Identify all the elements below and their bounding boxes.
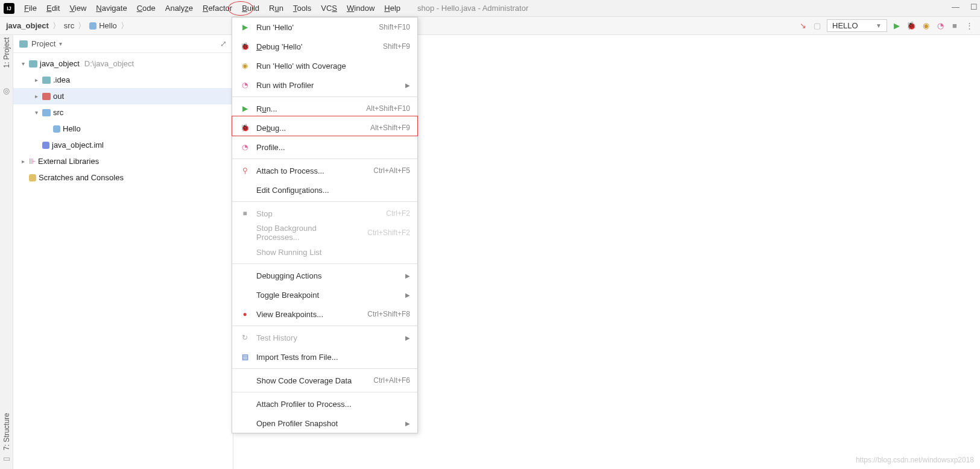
coverage-icon[interactable]: ◉ — [921, 21, 931, 31]
breakpoint-icon: ● — [239, 310, 250, 318]
library-icon: ⊪ — [29, 157, 36, 166]
tab-project[interactable]: 1: Project — [2, 37, 11, 68]
select-device-icon[interactable]: ▢ — [812, 21, 822, 31]
chevron-right-icon: ▶ — [405, 420, 410, 427]
window-controls: — ☐ — [952, 2, 978, 11]
project-icon — [19, 40, 28, 48]
class-icon — [53, 125, 60, 133]
tree-scratch[interactable]: Scratches and Consoles — [13, 169, 233, 186]
collapse-icon[interactable]: ⤢ — [220, 39, 227, 48]
profile-icon: ◔ — [239, 81, 250, 89]
dd-open-profiler[interactable]: Open Profiler Snapshot▶ — [232, 414, 417, 433]
dd-profile[interactable]: ◔Profile... — [232, 137, 417, 157]
crumb-project[interactable]: java_object — [6, 21, 49, 30]
menubar: IJ File Edit View Navigate Code Analyze … — [0, 0, 980, 17]
crumb-sep: 〉 — [121, 20, 128, 31]
attach-icon: ⚲ — [239, 166, 250, 175]
class-icon — [89, 22, 96, 30]
debug-icon[interactable]: 🐞 — [906, 21, 916, 31]
tab-structure[interactable]: 7: Structure — [2, 413, 11, 450]
dd-coverage[interactable]: ◉Run 'Hello' with Coverage — [232, 56, 417, 75]
separator — [232, 326, 417, 326]
menu-file[interactable]: File — [19, 4, 42, 13]
menu-edit[interactable]: Edit — [42, 4, 65, 13]
folder-icon — [42, 77, 51, 84]
crumb-file[interactable]: Hello — [99, 21, 117, 30]
dd-debug-hello[interactable]: 🐞Debug 'Hello'Shift+F9 — [232, 37, 417, 56]
crumb-src[interactable]: src — [64, 21, 74, 30]
menu-navigate[interactable]: Navigate — [91, 4, 131, 13]
crumb-sep: 〉 — [52, 20, 60, 31]
panel-title: Project — [31, 39, 55, 48]
app-icon: IJ — [4, 3, 14, 14]
tree-extlib[interactable]: ▸⊪ External Libraries — [13, 153, 233, 169]
tree-src[interactable]: ▾ src — [13, 104, 233, 121]
crumb-sep: 〉 — [78, 20, 86, 31]
dd-attach[interactable]: ⚲Attach to Process...Ctrl+Alt+F5 — [232, 161, 417, 180]
import-icon: ▤ — [239, 353, 250, 361]
dd-edit-config[interactable]: Edit Configurations... — [232, 180, 417, 200]
dd-view-bp[interactable]: ●View Breakpoints...Ctrl+Shift+F8 — [232, 304, 417, 324]
folder-icon — [42, 109, 51, 116]
tree-out[interactable]: ▸ out — [13, 88, 233, 104]
play-icon: ▶ — [239, 104, 250, 113]
tree-root[interactable]: ▾ java_object D:\java_object — [13, 55, 233, 72]
scratch-icon — [29, 174, 36, 181]
breadcrumbs: java_object 〉 src 〉 Hello 〉 — [6, 20, 130, 31]
project-panel: Project ▾ ⤢ ▾ java_object D:\java_object… — [13, 35, 233, 469]
dd-run[interactable]: ▶Run...Alt+Shift+F10 — [232, 99, 417, 118]
chevron-right-icon: ▶ — [405, 82, 410, 89]
menu-analyze[interactable]: Analyze — [160, 4, 198, 13]
dd-stop: ■StopCtrl+F2 — [232, 204, 417, 223]
bug-icon: 🐞 — [239, 124, 250, 132]
dd-test-history: ↻Test History▶ — [232, 328, 417, 347]
dd-import-tests[interactable]: ▤Import Tests from File... — [232, 347, 417, 367]
more-icon[interactable]: ⋮ — [964, 21, 974, 31]
folder-icon — [42, 93, 51, 100]
menu-run[interactable]: Run — [264, 4, 288, 13]
target-icon[interactable]: ◎ — [3, 86, 10, 95]
menu-help[interactable]: Help — [379, 4, 405, 13]
dd-show-coverage[interactable]: Show Code Coverage DataCtrl+Alt+F6 — [232, 371, 417, 390]
file-icon — [42, 142, 49, 149]
stop-icon[interactable]: ■ — [950, 21, 959, 31]
dd-toggle-bp[interactable]: Toggle Breakpoint▶ — [232, 285, 417, 304]
tree-hello[interactable]: Hello — [13, 121, 233, 137]
tree-iml[interactable]: java_object.iml — [13, 137, 233, 153]
separator — [232, 201, 417, 202]
menu-vcs[interactable]: VCS — [316, 4, 342, 13]
window-icon[interactable]: ▭ — [3, 454, 10, 463]
watermark: https://blog.csdn.net/windowsxp2018 — [856, 456, 974, 464]
dd-run-hello[interactable]: ▶Run 'Hello'Shift+F10 — [232, 17, 417, 37]
run-icon[interactable]: ▶ — [892, 21, 902, 31]
profile-icon[interactable]: ◔ — [935, 21, 945, 31]
panel-dropdown-icon[interactable]: ▾ — [59, 40, 62, 47]
dd-show-running: Show Running List — [232, 242, 417, 262]
maximize-icon[interactable]: ☐ — [970, 2, 978, 11]
dd-run-profiler[interactable]: ◔Run with Profiler▶ — [232, 75, 417, 95]
menu-code[interactable]: Code — [132, 4, 160, 13]
menu-tools[interactable]: Tools — [288, 4, 316, 13]
separator — [232, 263, 417, 264]
chevron-right-icon: ▶ — [405, 335, 410, 341]
tree-idea[interactable]: ▸ .idea — [13, 72, 233, 88]
bug-icon: 🐞 — [239, 42, 250, 51]
menu-refactor[interactable]: Refactor — [198, 4, 237, 13]
play-icon: ▶ — [239, 23, 250, 31]
project-tree: ▾ java_object D:\java_object ▸ .idea ▸ o… — [13, 53, 233, 188]
dd-debug[interactable]: 🐞Debug...Alt+Shift+F9 — [232, 118, 417, 137]
dd-dbg-actions[interactable]: Debugging Actions▶ — [232, 266, 417, 285]
run-config-select[interactable]: HELLO ▼ — [827, 19, 887, 32]
coverage-icon: ◉ — [239, 61, 250, 70]
left-tabs-bottom: 7: Structure ▭ — [0, 413, 13, 463]
menu-view[interactable]: View — [65, 4, 91, 13]
panel-header: Project ▾ ⤢ — [13, 35, 233, 53]
dropdown-icon: ▼ — [876, 22, 882, 29]
menu-window[interactable]: Window — [342, 4, 379, 13]
history-icon: ↻ — [239, 333, 250, 342]
minimize-icon[interactable]: — — [952, 2, 959, 11]
edit-tool-icon[interactable]: ↘ — [798, 21, 808, 31]
separator — [232, 368, 417, 369]
dd-attach-profiler[interactable]: Attach Profiler to Process... — [232, 394, 417, 414]
menu-build[interactable]: Build — [237, 4, 264, 13]
